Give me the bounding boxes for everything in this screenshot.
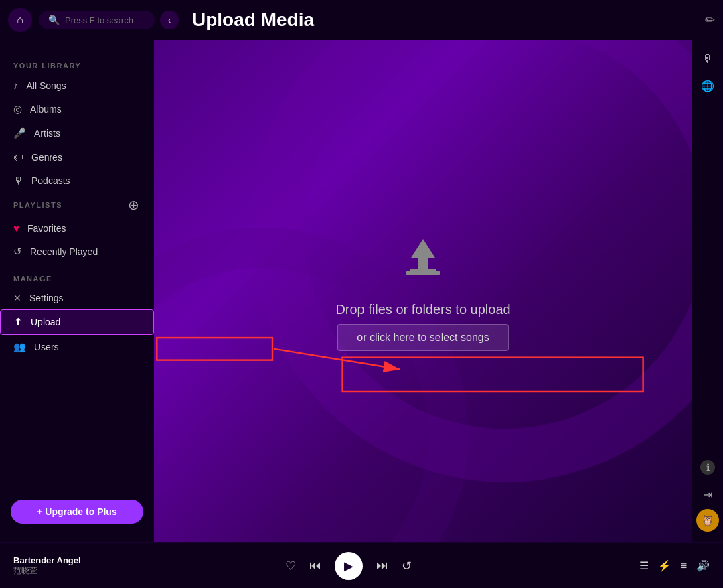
content-area[interactable]: Drop files or folders to upload or click… bbox=[154, 40, 692, 542]
info-button[interactable]: ℹ bbox=[696, 455, 720, 480]
player-song-info: Bartender Angel 范晓萱 bbox=[13, 555, 120, 577]
sidebar-item-artists[interactable]: 🎤 Artists bbox=[0, 121, 154, 145]
add-playlist-button[interactable]: ⊕ bbox=[126, 198, 141, 212]
sidebar-item-all-songs[interactable]: ♪ All Songs bbox=[0, 74, 154, 97]
logout-button[interactable]: ⇥ bbox=[696, 482, 720, 506]
add-icon: ⊕ bbox=[128, 197, 139, 213]
main-layout: YOUR LIBRARY ♪ All Songs ◎ Albums 🎤 Arti… bbox=[0, 40, 723, 542]
svg-marker-2 bbox=[411, 239, 435, 270]
player-song-artist: 范晓萱 bbox=[13, 565, 120, 577]
upload-drop-text: Drop files or folders to upload bbox=[335, 302, 510, 317]
upload-svg-icon bbox=[396, 232, 450, 286]
player-right-controls: ☰ ⚡ ≡ 🔊 bbox=[576, 559, 710, 572]
prev-icon: ⏮ bbox=[309, 559, 321, 572]
search-bar: 🔍 bbox=[39, 11, 155, 29]
queue-icon: ☰ bbox=[639, 560, 649, 571]
pen-button[interactable]: ✏ bbox=[705, 13, 715, 27]
sidebar-item-favorites[interactable]: ♥ Favorites bbox=[0, 216, 154, 240]
search-input[interactable] bbox=[65, 15, 145, 25]
heart-icon: ♡ bbox=[285, 559, 296, 573]
svg-rect-1 bbox=[406, 271, 440, 275]
logout-icon: ⇥ bbox=[704, 488, 712, 501]
upload-click-button[interactable]: or click here to select songs bbox=[337, 324, 508, 351]
sidebar-item-label: Settings bbox=[29, 293, 64, 303]
sidebar-item-label: Recently Played bbox=[30, 246, 98, 257]
playlists-section-header: PLAYLISTS ⊕ bbox=[0, 192, 154, 216]
svg-line-5 bbox=[274, 349, 400, 370]
sidebar-item-upload[interactable]: ⬆ Upload bbox=[0, 309, 154, 335]
prev-button[interactable]: ⏮ bbox=[309, 559, 321, 573]
music-note-icon: ♪ bbox=[13, 80, 19, 91]
upload-icon-wrapper bbox=[396, 232, 450, 289]
eq-button[interactable]: ≡ bbox=[681, 560, 687, 572]
volume-icon: 🔊 bbox=[696, 560, 710, 571]
album-icon: ◎ bbox=[13, 103, 22, 115]
sidebar-item-genres[interactable]: 🏷 Genres bbox=[0, 145, 154, 169]
upgrade-button[interactable]: + Upgrade to Plus bbox=[11, 500, 143, 524]
globe-icon: 🌐 bbox=[701, 80, 714, 92]
upload-drop-zone[interactable]: Drop files or folders to upload or click… bbox=[335, 232, 510, 351]
repeat-button[interactable]: ↺ bbox=[402, 559, 412, 573]
sidebar: YOUR LIBRARY ♪ All Songs ◎ Albums 🎤 Arti… bbox=[0, 40, 154, 542]
bolt-button[interactable]: ⚡ bbox=[658, 559, 671, 572]
your-library-label: YOUR LIBRARY bbox=[0, 56, 154, 74]
avatar-icon: 🦉 bbox=[701, 514, 714, 527]
bottom-player: Bartender Angel 范晓萱 ♡ ⏮ ▶ ⏭ ↺ ☰ ⚡ ≡ 🔊 bbox=[0, 542, 723, 588]
right-panel: Drop files or folders to upload or click… bbox=[154, 40, 723, 542]
sidebar-item-label: Favorites bbox=[27, 223, 66, 234]
upgrade-label: + Upgrade to Plus bbox=[37, 506, 116, 517]
back-icon: ‹ bbox=[168, 15, 171, 25]
home-icon: ⌂ bbox=[17, 14, 23, 26]
upload-click-label: or click here to select songs bbox=[357, 332, 489, 343]
sidebar-item-label: Upload bbox=[31, 317, 60, 327]
sidebar-item-label: Genres bbox=[31, 152, 62, 163]
avatar[interactable]: 🦉 bbox=[696, 509, 719, 532]
sidebar-item-label: Users bbox=[34, 342, 59, 352]
pen-icon: ✏ bbox=[705, 13, 715, 27]
podcast-icon: 🎙 bbox=[13, 175, 23, 186]
playlists-label: PLAYLISTS bbox=[13, 201, 62, 209]
svg-rect-4 bbox=[343, 358, 643, 392]
sidebar-item-label: Podcasts bbox=[31, 175, 70, 186]
next-button[interactable]: ⏭ bbox=[376, 559, 388, 573]
topbar: ⌂ 🔍 ‹ Upload Media ✏ bbox=[0, 0, 723, 40]
upload-icon: ⬆ bbox=[14, 316, 23, 328]
home-button[interactable]: ⌂ bbox=[8, 8, 32, 32]
mic-icon: 🎙 bbox=[702, 53, 713, 65]
recent-icon: ↺ bbox=[13, 246, 22, 258]
sidebar-item-albums[interactable]: ◎ Albums bbox=[0, 97, 154, 121]
heart-icon: ♥ bbox=[13, 222, 19, 234]
player-song-title: Bartender Angel bbox=[13, 555, 120, 565]
back-button[interactable]: ‹ bbox=[160, 11, 179, 29]
next-icon: ⏭ bbox=[376, 559, 388, 572]
right-side-icons: 🎙 🌐 ℹ ⇥ 🦉 bbox=[692, 40, 723, 542]
microphone-icon: 🎤 bbox=[13, 127, 26, 139]
mic-button[interactable]: 🎙 bbox=[696, 47, 720, 71]
play-button[interactable]: ▶ bbox=[335, 552, 363, 580]
search-icon: 🔍 bbox=[48, 15, 60, 25]
page-title: Upload Media bbox=[192, 9, 705, 31]
queue-button[interactable]: ☰ bbox=[639, 559, 649, 572]
eq-icon: ≡ bbox=[681, 560, 687, 571]
sidebar-item-recently-played[interactable]: ↺ Recently Played bbox=[0, 240, 154, 264]
bolt-icon: ⚡ bbox=[658, 560, 671, 571]
sidebar-item-label: All Songs bbox=[27, 80, 66, 91]
sidebar-item-users[interactable]: 👥 Users bbox=[0, 335, 154, 359]
settings-icon: ✕ bbox=[13, 293, 21, 303]
topbar-right-icons: ✏ bbox=[705, 13, 715, 27]
player-controls: ♡ ⏮ ▶ ⏭ ↺ bbox=[120, 552, 576, 580]
svg-rect-3 bbox=[157, 338, 272, 360]
sidebar-item-settings[interactable]: ✕ Settings bbox=[0, 287, 154, 309]
sidebar-item-label: Artists bbox=[34, 128, 60, 139]
globe-button[interactable]: 🌐 bbox=[696, 74, 720, 98]
play-icon: ▶ bbox=[344, 559, 353, 573]
users-icon: 👥 bbox=[13, 341, 26, 353]
repeat-icon: ↺ bbox=[402, 559, 412, 573]
volume-button[interactable]: 🔊 bbox=[696, 559, 710, 572]
tag-icon: 🏷 bbox=[13, 151, 23, 163]
info-icon: ℹ bbox=[700, 460, 715, 475]
like-button[interactable]: ♡ bbox=[285, 559, 296, 573]
sidebar-item-podcasts[interactable]: 🎙 Podcasts bbox=[0, 169, 154, 192]
sidebar-item-label: Albums bbox=[30, 104, 62, 115]
manage-label: MANAGE bbox=[0, 269, 154, 287]
